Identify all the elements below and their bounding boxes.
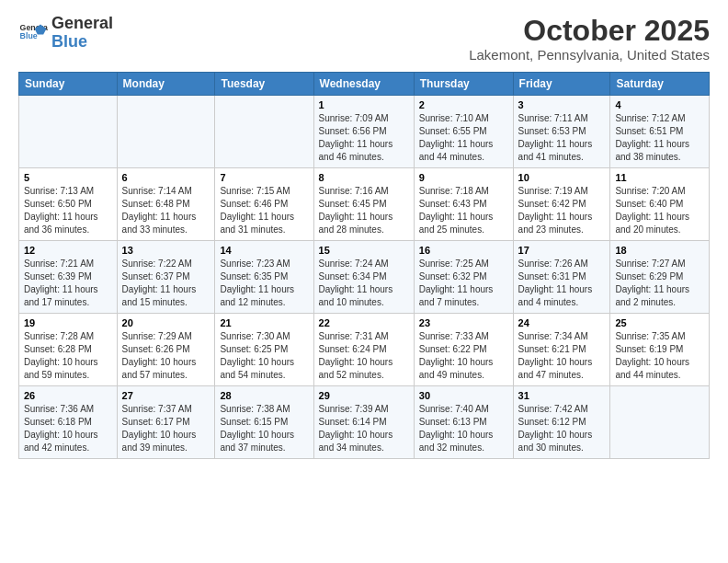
calendar-cell: 31Sunrise: 7:42 AM Sunset: 6:12 PM Dayli… (513, 386, 610, 459)
calendar-cell: 11Sunrise: 7:20 AM Sunset: 6:40 PM Dayli… (610, 168, 710, 241)
day-info: Sunrise: 7:20 AM Sunset: 6:40 PM Dayligh… (615, 185, 704, 236)
day-number: 9 (419, 172, 508, 183)
calendar-cell: 26Sunrise: 7:36 AM Sunset: 6:18 PM Dayli… (19, 386, 118, 459)
col-header-monday: Monday (117, 73, 215, 96)
day-info: Sunrise: 7:24 AM Sunset: 6:34 PM Dayligh… (319, 258, 409, 309)
day-number: 15 (319, 245, 409, 256)
day-number: 16 (419, 245, 508, 256)
col-header-thursday: Thursday (414, 73, 513, 96)
day-number: 31 (518, 390, 606, 401)
day-info: Sunrise: 7:37 AM Sunset: 6:17 PM Dayligh… (122, 403, 210, 454)
calendar-cell: 9Sunrise: 7:18 AM Sunset: 6:43 PM Daylig… (414, 168, 513, 241)
day-number: 26 (24, 390, 112, 401)
day-info: Sunrise: 7:12 AM Sunset: 6:51 PM Dayligh… (615, 112, 704, 164)
calendar-cell (117, 96, 215, 168)
day-number: 1 (319, 99, 409, 110)
calendar-cell: 12Sunrise: 7:21 AM Sunset: 6:39 PM Dayli… (19, 241, 118, 314)
day-number: 13 (122, 245, 210, 256)
col-header-friday: Friday (513, 73, 610, 96)
day-info: Sunrise: 7:33 AM Sunset: 6:22 PM Dayligh… (419, 330, 508, 382)
calendar-cell (19, 96, 118, 168)
calendar-cell: 17Sunrise: 7:26 AM Sunset: 6:31 PM Dayli… (513, 241, 610, 314)
calendar-week-1: 1Sunrise: 7:09 AM Sunset: 6:56 PM Daylig… (19, 96, 710, 168)
day-number: 24 (518, 317, 606, 328)
calendar-cell: 2Sunrise: 7:10 AM Sunset: 6:55 PM Daylig… (414, 96, 513, 168)
day-info: Sunrise: 7:35 AM Sunset: 6:19 PM Dayligh… (615, 330, 704, 382)
day-info: Sunrise: 7:38 AM Sunset: 6:15 PM Dayligh… (220, 403, 308, 454)
title-block: October 2025 Lakemont, Pennsylvania, Uni… (469, 15, 710, 63)
day-number: 12 (24, 245, 112, 256)
day-number: 3 (518, 99, 606, 110)
calendar-cell: 19Sunrise: 7:28 AM Sunset: 6:28 PM Dayli… (19, 314, 118, 386)
day-number: 8 (319, 172, 409, 183)
calendar-cell: 22Sunrise: 7:31 AM Sunset: 6:24 PM Dayli… (313, 314, 414, 386)
day-info: Sunrise: 7:15 AM Sunset: 6:46 PM Dayligh… (220, 185, 308, 236)
day-info: Sunrise: 7:22 AM Sunset: 6:37 PM Dayligh… (122, 258, 210, 309)
calendar-cell: 18Sunrise: 7:27 AM Sunset: 6:29 PM Dayli… (610, 241, 710, 314)
col-header-sunday: Sunday (19, 73, 118, 96)
day-number: 28 (220, 390, 308, 401)
calendar-cell: 27Sunrise: 7:37 AM Sunset: 6:17 PM Dayli… (117, 386, 215, 459)
calendar-cell: 24Sunrise: 7:34 AM Sunset: 6:21 PM Dayli… (513, 314, 610, 386)
calendar-cell (215, 96, 313, 168)
calendar-cell: 8Sunrise: 7:16 AM Sunset: 6:45 PM Daylig… (313, 168, 414, 241)
calendar-cell: 3Sunrise: 7:11 AM Sunset: 6:53 PM Daylig… (513, 96, 610, 168)
calendar-week-4: 19Sunrise: 7:28 AM Sunset: 6:28 PM Dayli… (19, 314, 710, 386)
day-number: 25 (615, 317, 704, 328)
logo-text: General Blue (51, 15, 113, 52)
calendar-week-3: 12Sunrise: 7:21 AM Sunset: 6:39 PM Dayli… (19, 241, 710, 314)
day-info: Sunrise: 7:19 AM Sunset: 6:42 PM Dayligh… (518, 185, 606, 236)
day-info: Sunrise: 7:09 AM Sunset: 6:56 PM Dayligh… (319, 112, 409, 164)
calendar-cell: 30Sunrise: 7:40 AM Sunset: 6:13 PM Dayli… (414, 386, 513, 459)
calendar-week-2: 5Sunrise: 7:13 AM Sunset: 6:50 PM Daylig… (19, 168, 710, 241)
page-header: General Blue General Blue October 2025 L… (18, 15, 710, 63)
calendar-cell: 15Sunrise: 7:24 AM Sunset: 6:34 PM Dayli… (313, 241, 414, 314)
month-title: October 2025 (469, 15, 710, 47)
calendar-table: SundayMondayTuesdayWednesdayThursdayFrid… (18, 72, 710, 459)
day-info: Sunrise: 7:25 AM Sunset: 6:32 PM Dayligh… (419, 258, 508, 309)
day-info: Sunrise: 7:28 AM Sunset: 6:28 PM Dayligh… (24, 330, 112, 382)
day-number: 11 (615, 172, 704, 183)
calendar-cell: 7Sunrise: 7:15 AM Sunset: 6:46 PM Daylig… (215, 168, 313, 241)
day-number: 5 (24, 172, 112, 183)
calendar-cell: 21Sunrise: 7:30 AM Sunset: 6:25 PM Dayli… (215, 314, 313, 386)
col-header-tuesday: Tuesday (215, 73, 313, 96)
calendar-cell: 29Sunrise: 7:39 AM Sunset: 6:14 PM Dayli… (313, 386, 414, 459)
day-number: 10 (518, 172, 606, 183)
calendar-cell: 23Sunrise: 7:33 AM Sunset: 6:22 PM Dayli… (414, 314, 513, 386)
day-number: 19 (24, 317, 112, 328)
calendar-cell: 10Sunrise: 7:19 AM Sunset: 6:42 PM Dayli… (513, 168, 610, 241)
day-info: Sunrise: 7:11 AM Sunset: 6:53 PM Dayligh… (518, 112, 606, 164)
day-info: Sunrise: 7:42 AM Sunset: 6:12 PM Dayligh… (518, 403, 606, 454)
calendar-cell: 4Sunrise: 7:12 AM Sunset: 6:51 PM Daylig… (610, 96, 710, 168)
day-number: 7 (220, 172, 308, 183)
day-number: 4 (615, 99, 704, 110)
calendar-cell: 14Sunrise: 7:23 AM Sunset: 6:35 PM Dayli… (215, 241, 313, 314)
calendar-cell: 13Sunrise: 7:22 AM Sunset: 6:37 PM Dayli… (117, 241, 215, 314)
day-info: Sunrise: 7:30 AM Sunset: 6:25 PM Dayligh… (220, 330, 308, 382)
calendar-cell: 28Sunrise: 7:38 AM Sunset: 6:15 PM Dayli… (215, 386, 313, 459)
calendar-week-5: 26Sunrise: 7:36 AM Sunset: 6:18 PM Dayli… (19, 386, 710, 459)
day-info: Sunrise: 7:16 AM Sunset: 6:45 PM Dayligh… (319, 185, 409, 236)
day-info: Sunrise: 7:14 AM Sunset: 6:48 PM Dayligh… (122, 185, 210, 236)
day-info: Sunrise: 7:34 AM Sunset: 6:21 PM Dayligh… (518, 330, 606, 382)
col-header-saturday: Saturday (610, 73, 710, 96)
day-number: 2 (419, 99, 508, 110)
col-header-wednesday: Wednesday (313, 73, 414, 96)
calendar-cell: 20Sunrise: 7:29 AM Sunset: 6:26 PM Dayli… (117, 314, 215, 386)
day-number: 22 (319, 317, 409, 328)
day-info: Sunrise: 7:27 AM Sunset: 6:29 PM Dayligh… (615, 258, 704, 309)
day-info: Sunrise: 7:29 AM Sunset: 6:26 PM Dayligh… (122, 330, 210, 382)
day-number: 6 (122, 172, 210, 183)
day-info: Sunrise: 7:18 AM Sunset: 6:43 PM Dayligh… (419, 185, 508, 236)
day-info: Sunrise: 7:40 AM Sunset: 6:13 PM Dayligh… (419, 403, 508, 454)
day-info: Sunrise: 7:10 AM Sunset: 6:55 PM Dayligh… (419, 112, 508, 164)
day-number: 23 (419, 317, 508, 328)
day-info: Sunrise: 7:26 AM Sunset: 6:31 PM Dayligh… (518, 258, 606, 309)
day-info: Sunrise: 7:21 AM Sunset: 6:39 PM Dayligh… (24, 258, 112, 309)
location: Lakemont, Pennsylvania, United States (469, 47, 710, 63)
day-number: 17 (518, 245, 606, 256)
calendar-cell: 5Sunrise: 7:13 AM Sunset: 6:50 PM Daylig… (19, 168, 118, 241)
day-number: 27 (122, 390, 210, 401)
day-number: 20 (122, 317, 210, 328)
